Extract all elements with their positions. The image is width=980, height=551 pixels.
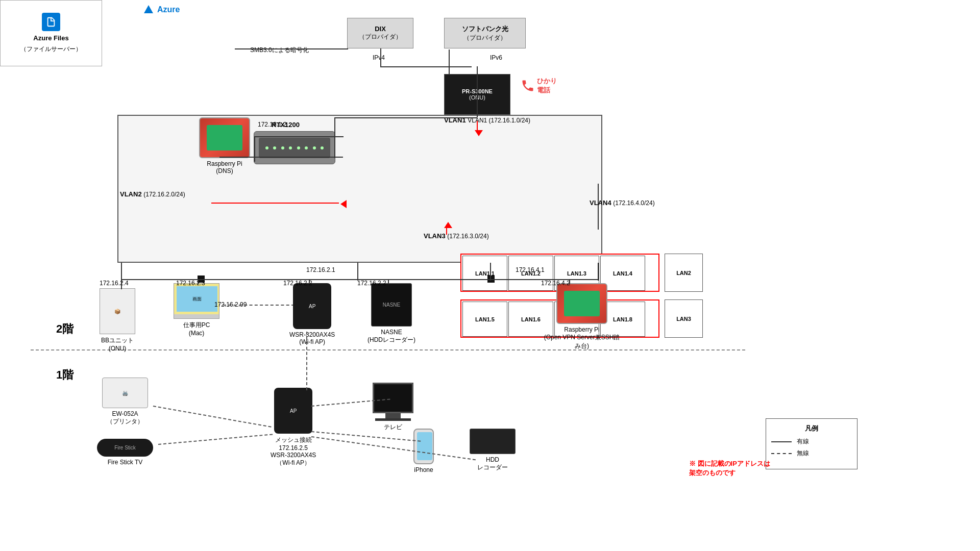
files-icon (42, 13, 60, 31)
azure-box: Azure Files （ファイルサーバー） (0, 0, 102, 66)
wsr-2f-device: AP WSR-3200AX4S (Wi-fi AP) (289, 283, 335, 345)
network-box: RTX1200 LAN1.1 LAN1.2 (117, 115, 602, 263)
line-raspi-rtx (254, 136, 344, 137)
printer-label1: EW-052A (102, 410, 148, 417)
raspi-dns-image (199, 117, 250, 158)
hikari-line2: 電話 (537, 86, 557, 95)
line-rtx-v (334, 117, 335, 158)
vlan2-arrow-line (211, 203, 339, 204)
line-nasne-backbone (388, 279, 389, 284)
hikari-line1: ひかり (537, 77, 557, 86)
wsr-1f-ip: 172.16.2.5 (271, 444, 316, 452)
ipv4-label: IPv4 (373, 54, 385, 61)
dix-label1: DIX (375, 25, 386, 33)
tv-device: テレビ (373, 383, 413, 432)
line-onu-rtx (477, 66, 478, 117)
wsr-1f-image: AP (274, 388, 312, 434)
pc-label2: (Mac) (174, 330, 219, 337)
line-wsr2f-backbone (309, 279, 310, 284)
hikari-label: ひかり 電話 (521, 77, 557, 95)
printer-label2: （プリンタ） (102, 417, 148, 426)
legend-wired: 有線 (771, 437, 852, 446)
smb-label: SMB3.0による暗号化 (250, 46, 309, 55)
backbone-left-v (121, 263, 122, 281)
azure-files-label2: （ファイルサーバー） (20, 45, 82, 54)
tv-label: テレビ (373, 423, 413, 432)
hdd-label1: HDD (470, 456, 516, 463)
line-dix-down (380, 48, 381, 66)
vlan1-arrow-line (477, 121, 478, 131)
line-center-h (380, 66, 449, 67)
azure-label: Azure (157, 5, 180, 14)
vlan2-arrow (340, 200, 347, 208)
softbank-box: ソフトバンク光 （プロバイダ） (444, 18, 526, 48)
note-text2: 架空のものです (689, 468, 770, 478)
dashed-wsr-hdd (311, 436, 476, 460)
line-lan2-down (598, 184, 599, 230)
raspi-dns-label2: (DNS) (199, 167, 250, 174)
vlan3-arrow (444, 222, 452, 228)
ip-vlan2-gw: 172.16.2.1 (306, 266, 335, 273)
ipv6-label: IPv6 (490, 54, 502, 61)
firestick-image: Fire Stick (97, 439, 153, 457)
tv-image (373, 383, 413, 413)
vlan2-label: VLAN2 (172.16.2.0/24) (120, 190, 185, 198)
wsr-1f-mesh: メッシュ接続 (271, 436, 316, 444)
legend-wireless-line (771, 453, 792, 454)
note-box: ※ 図に記載のIPアドレスは 架空のものです (689, 459, 770, 478)
line-raspi-v (254, 136, 255, 162)
pc-image: 画面 (174, 283, 219, 319)
raspi-vpn-device: Raspberry Pi (Open VPN Server兼SSH踏み台) (541, 283, 623, 350)
dashed-pc-wsr (223, 305, 295, 306)
raspi-vpn-label2: (Open VPN Server兼SSH踏み台) (541, 333, 623, 350)
backbone-right-v (598, 263, 599, 281)
bb-unit-device: 📦 BBユニット (ONU) (100, 288, 135, 352)
dashed-mesh-line (306, 332, 307, 390)
raspi-vpn-image (556, 283, 607, 324)
softbank-label2: （プロバイダ） (463, 34, 506, 42)
floor2-label: 2階 (56, 321, 74, 337)
hdd-device: HDD レコーダー (470, 429, 516, 472)
raspi-dns-ip: 172.16.1.2 (258, 121, 287, 128)
bb-unit-label2: (ONU) (100, 345, 135, 352)
ip-vlan4-label: 172.16.4.1 (516, 266, 545, 273)
line-rtx-lan1 (219, 157, 343, 158)
wsr-2f-label1: WSR-3200AX4S (289, 331, 335, 338)
pc-device: 画面 仕事用PC (Mac) (174, 283, 219, 337)
nasne-image: NASNE (371, 283, 412, 327)
bb-unit-label1: BBユニット (100, 336, 135, 345)
line-pc-backbone (198, 279, 199, 284)
dashed-wsr-iphone (311, 431, 421, 442)
azure-logo: Azure (143, 4, 180, 15)
note-text1: ※ 図に記載のIPアドレスは (689, 459, 770, 468)
softbank-label1: ソフトバンク光 (462, 24, 508, 34)
wsr-2f-label2: (Wi-fi AP) (289, 338, 335, 345)
iphone-image (413, 429, 434, 464)
pc-label1: 仕事用PC (174, 321, 219, 330)
nasne-ip: 172.16.2.2 (357, 280, 386, 287)
svg-marker-0 (144, 5, 153, 13)
line-raspi-backbone (569, 279, 570, 284)
raspi-dns-label1: Raspberry Pi (199, 160, 250, 167)
hdd-image (470, 429, 516, 454)
printer-device: 🖨️ EW-052A （プリンタ） (102, 378, 148, 426)
floor-divider (31, 349, 745, 350)
lan11-port: LAN1.1 (462, 256, 507, 291)
lan15-port: LAN1.5 (462, 302, 507, 337)
line-files-dix (235, 48, 348, 49)
dashed-wsr-firestick (158, 434, 273, 445)
dix-label2: （プロバイダ） (359, 33, 402, 41)
lan2-box: LAN2 (665, 254, 703, 292)
nasne-label1: NASNE (368, 329, 415, 336)
printer-image: 🖨️ (102, 378, 148, 408)
network-diagram: Azure Azure Files （ファイルサーバー） DIX （プロバイダ）… (0, 0, 980, 551)
hdd-label2: レコーダー (470, 463, 516, 472)
bb-unit-image: 📦 (100, 288, 135, 334)
dix-box: DIX （プロバイダ） (347, 18, 413, 48)
iphone-label: iPhone (413, 466, 434, 473)
line-onu-rtx-h (334, 117, 477, 118)
wsr-2f-image: AP (293, 283, 331, 329)
vlan4-label: VLAN4 (172.16.4.0/24) (590, 199, 655, 207)
vlan3-label: VLAN3 (172.16.3.0/24) (424, 232, 489, 240)
nasne-label2: (HDDレコーダー) (368, 336, 415, 344)
